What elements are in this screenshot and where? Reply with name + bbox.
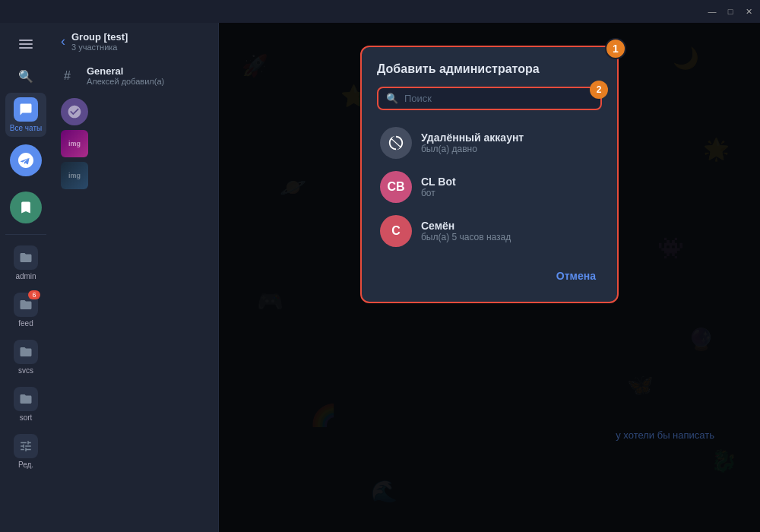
titlebar: — □ ✕ (0, 0, 760, 23)
sidebar-label-svcs: svcs (18, 366, 33, 375)
user-avatar-semon: С (380, 215, 412, 247)
mini-avatar-item-1[interactable] (61, 98, 209, 125)
folder-admin-icon (14, 245, 38, 270)
sidebar-label-sort: sort (20, 413, 33, 422)
sidebar-item-all-chats[interactable]: Все чаты (5, 93, 46, 137)
menu-button[interactable] (5, 29, 46, 59)
sidebar-item-edit[interactable]: Ред. (5, 429, 46, 473)
search-container[interactable]: 🔍 2 (377, 87, 602, 110)
channel-last-message: Алексей добавил(а) (87, 77, 206, 86)
telegram-circle (10, 144, 42, 176)
search-input[interactable] (404, 93, 593, 104)
mini-avatar-1 (61, 98, 88, 125)
mini-avatar-2: img (61, 130, 88, 157)
folder-sort-icon (14, 387, 38, 411)
user-info-deleted: Удалённый аккаунт был(а) давно (421, 131, 599, 154)
search-step-badge: 2 (590, 81, 608, 99)
bookmark-button[interactable] (5, 187, 46, 228)
user-name-semon: Семён (421, 220, 599, 232)
icon-sidebar: 🔍 Все чаты admin (0, 23, 52, 532)
user-name-deleted: Удалённый аккаунт (421, 131, 599, 144)
mini-avatar-3: img (61, 162, 88, 189)
user-status-deleted: был(а) давно (421, 144, 599, 154)
sidebar-label-feed: feed (18, 319, 33, 328)
window-controls: — □ ✕ (707, 6, 754, 17)
user-info-semon: Семён был(а) 5 часов назад (421, 220, 599, 242)
modal-step-badge: 1 (605, 38, 626, 59)
feed-badge: 6 (28, 290, 40, 299)
user-item-deleted[interactable]: Удалённый аккаунт был(а) давно (377, 121, 602, 165)
channel-hash-icon: # (64, 69, 79, 83)
folder-svcs-icon (14, 340, 38, 364)
sliders-icon (14, 434, 38, 458)
modal-footer: Отмена (377, 265, 602, 287)
sidebar-item-feed[interactable]: 6 feed (5, 288, 46, 332)
sidebar-search-button[interactable]: 🔍 (5, 62, 46, 90)
user-info-clbot: CL Bot бот (421, 176, 599, 198)
chat-panel-header: ‹ Group [test] 3 участника (52, 23, 218, 59)
channel-item-general[interactable]: # General Алексей добавил(а) (55, 59, 215, 92)
user-name-clbot: CL Bot (421, 176, 599, 188)
minimize-button[interactable]: — (707, 6, 717, 17)
user-item-semon[interactable]: С Семён был(а) 5 часов назад (377, 209, 602, 253)
modal-title: Добавить администратора (377, 62, 602, 76)
sidebar-item-sort[interactable]: sort (5, 382, 46, 426)
main-layout: 🔍 Все чаты admin (0, 23, 760, 532)
sidebar-label-all-chats: Все чаты (10, 124, 42, 132)
user-list: Удалённый аккаунт был(а) давно CB CL Bot… (377, 121, 602, 253)
user-status-semon: был(а) 5 часов назад (421, 232, 599, 242)
chat-icon (14, 97, 38, 122)
user-status-clbot: бот (421, 188, 599, 198)
mini-avatar-list: img img (52, 92, 218, 195)
bookmark-circle (10, 192, 42, 223)
user-avatar-deleted (380, 127, 412, 159)
sidebar-item-svcs[interactable]: svcs (5, 335, 46, 379)
chat-panel-title: Group [test] 3 участника (71, 31, 209, 52)
close-button[interactable]: ✕ (743, 6, 754, 17)
hamburger-icon (19, 40, 33, 49)
sidebar-label-edit: Ред. (18, 461, 33, 469)
sidebar-label-admin: admin (15, 272, 36, 280)
sidebar-item-admin[interactable]: admin (5, 241, 46, 285)
group-name: Group [test] (71, 31, 209, 43)
member-count: 3 участника (71, 43, 209, 52)
chat-panel: ‹ Group [test] 3 участника # General Але… (52, 23, 219, 532)
folder-feed-icon: 6 (14, 293, 38, 317)
search-icon: 🔍 (18, 69, 33, 84)
user-avatar-clbot: CB (380, 171, 412, 203)
modal-overlay: 1 Добавить администратора 🔍 2 (219, 23, 760, 532)
mini-avatar-item-2[interactable]: img (61, 130, 209, 157)
user-item-clbot[interactable]: CB CL Bot бот (377, 165, 602, 209)
maximize-button[interactable]: □ (725, 6, 736, 17)
channel-name: General (87, 65, 206, 77)
cancel-button[interactable]: Отмена (550, 265, 602, 287)
chat-area: 🚀 ⭐ 🌙 🌟 🪐 👾 🎮 🔮 🌈 🦋 🐉 🌊 🎯 ✨ у хотели бы … (219, 23, 760, 532)
back-button[interactable]: ‹ (61, 33, 65, 49)
channel-content: General Алексей добавил(а) (87, 65, 206, 86)
sidebar-divider (5, 234, 46, 235)
telegram-logo[interactable] (5, 140, 46, 181)
add-admin-modal: 1 Добавить администратора 🔍 2 (360, 46, 619, 303)
mini-avatar-item-3[interactable]: img (61, 162, 209, 189)
modal-search-icon: 🔍 (386, 93, 398, 104)
